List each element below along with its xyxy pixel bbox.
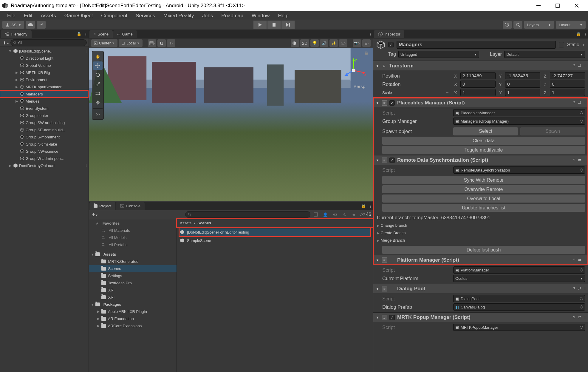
tab-scene[interactable]: #Scene — [89, 30, 113, 38]
transform-tool[interactable] — [93, 98, 103, 107]
filter-user-button[interactable]: 👤 — [321, 211, 329, 218]
draw-mode-button[interactable]: ▾ — [291, 39, 299, 47]
group-manager-field[interactable]: ▣Managers (Group Manager) — [453, 118, 585, 125]
favorite-button[interactable]: ★ — [350, 211, 358, 218]
layers-dropdown[interactable]: Layers▼ — [524, 21, 554, 29]
menu-gameobject[interactable]: GameObject — [60, 11, 97, 20]
hand-tool[interactable]: ✋ — [93, 52, 103, 61]
menu-component[interactable]: Component — [97, 11, 131, 20]
custom-tool[interactable]: ✕▾ — [93, 110, 103, 118]
help-icon[interactable]: ? — [573, 158, 575, 162]
tree-row[interactable]: ▼[DoNotEdit]Scene…⁝ — [0, 47, 89, 55]
component-enabled[interactable]: ✓ — [389, 315, 395, 320]
help-icon[interactable]: ? — [573, 258, 575, 262]
more-icon[interactable]: ⁝ — [584, 315, 586, 319]
enabled-checkbox[interactable]: ✓ — [388, 42, 394, 47]
minimize-button[interactable] — [529, 0, 548, 11]
layout-dropdown[interactable]: Layout▼ — [556, 21, 586, 29]
breadcrumb-item[interactable]: Scenes — [197, 221, 211, 225]
project-search[interactable] — [185, 211, 310, 218]
help-icon[interactable]: ? — [573, 64, 575, 68]
project-folders[interactable]: ★ Favorites All Materials All Models All… — [89, 219, 177, 372]
pos-x[interactable]: 2.119469 — [460, 72, 496, 79]
tree-row[interactable]: Scenes — [89, 265, 177, 272]
menu-jobs[interactable]: Jobs — [198, 11, 217, 20]
tree-row[interactable]: All Models — [89, 234, 177, 241]
popup-header[interactable]: ▼ # ✓ MRTK Popup Manager (Script) ?⇄⁝ — [373, 312, 588, 322]
component-enabled[interactable]: ✓ — [389, 158, 395, 163]
pos-y[interactable]: -1.382435 — [505, 72, 540, 79]
scale-x[interactable]: 1 — [460, 89, 496, 96]
hierarchy-search[interactable]: All — [10, 39, 87, 46]
spawn-button[interactable]: Spawn — [520, 127, 585, 135]
camera-button[interactable]: 📷▾ — [353, 39, 361, 47]
platform-header[interactable]: ▼ # Platform Manager (Script) ?⇄⁝ — [373, 255, 588, 265]
tree-row[interactable]: TextMesh Pro — [89, 280, 177, 287]
2d-toggle[interactable]: 2D — [300, 39, 309, 47]
tree-row[interactable]: Group W-admin-pon… — [0, 155, 89, 162]
rect-tool[interactable] — [93, 89, 103, 98]
global-search-button[interactable] — [513, 21, 522, 29]
tree-row[interactable]: Managers — [0, 90, 89, 98]
hierarchy-tree[interactable]: ▼[DoNotEdit]Scene…⁝Directional LightGlob… — [0, 47, 89, 372]
cloud-button[interactable] — [26, 21, 35, 29]
tree-row[interactable]: ▶MRTKInputSimulator — [0, 83, 89, 90]
help-icon[interactable]: ? — [573, 286, 575, 291]
help-icon[interactable]: ? — [573, 315, 575, 319]
tree-row[interactable]: MRTK.Generated — [89, 258, 177, 265]
panel-lock-icon[interactable]: 🔒 — [77, 32, 81, 36]
tree-row[interactable]: XRI — [89, 294, 177, 301]
preset-icon[interactable]: ⇄ — [578, 64, 581, 68]
panel-lock-icon[interactable]: 🔒 — [576, 32, 581, 36]
tree-row[interactable]: XR — [89, 287, 177, 294]
hidden-count[interactable]: 46 — [359, 212, 371, 217]
select-button[interactable]: Select — [453, 127, 518, 135]
panel-menu-icon[interactable]: ⁝ — [584, 31, 586, 38]
filter-type-button[interactable] — [312, 211, 320, 218]
dialogpool-header[interactable]: ▼ # Dialog Pool ?⇄⁝ — [373, 284, 588, 293]
scale-y[interactable]: 1 — [505, 89, 540, 96]
scale-tool[interactable] — [93, 80, 103, 88]
tree-row[interactable]: ▶Environment — [0, 76, 89, 83]
toggle-modifyable-button[interactable]: Toggle modifyable — [382, 146, 585, 154]
tree-row[interactable]: ▶DontDestroyOnLoad⁝ — [0, 162, 89, 169]
remotesync-header[interactable]: ▼ # ✓ Remote Data Synchronization (Scrip… — [373, 155, 588, 165]
breadcrumb-item[interactable]: Assets — [180, 221, 191, 225]
static-dropdown[interactable]: ▼ — [582, 43, 585, 47]
layer-dropdown[interactable]: Default▼ — [504, 51, 585, 58]
placeables-header[interactable]: ▼ # ✓ Placeables Manager (Script) ?⇄⁝ — [373, 98, 588, 107]
fx-toggle[interactable]: ✨ — [329, 39, 338, 47]
tree-row[interactable]: EventSystem — [0, 105, 89, 112]
tree-row[interactable]: Global Volume — [0, 62, 89, 69]
tree-row[interactable]: Group center — [0, 112, 89, 119]
tree-row[interactable]: Group SW-artsbuilding — [0, 119, 89, 126]
tree-row[interactable]: ▶ ARCore Extensions — [89, 322, 177, 330]
dialog-prefab-field[interactable]: ◧CanvasDialog — [453, 303, 585, 311]
tree-row[interactable]: ▶Menues — [0, 98, 89, 105]
asset-item[interactable]: [DoNotEdit]SceneForInEditorTesting — [180, 229, 370, 236]
tree-row[interactable]: ▶MRTK XR Rig — [0, 69, 89, 76]
menu-roadmap[interactable]: Roadmap — [217, 11, 247, 20]
tree-row[interactable]: All Materials — [89, 227, 177, 234]
preset-icon[interactable]: ⇄ — [578, 315, 581, 319]
panel-menu-icon[interactable]: ⁝ — [369, 203, 371, 210]
panel-menu-icon[interactable]: ⁝ — [369, 31, 371, 38]
menu-edit[interactable]: Edit — [19, 11, 36, 20]
tree-row[interactable]: ★ Favorites — [89, 220, 177, 227]
move-tool[interactable] — [93, 61, 103, 70]
tree-row[interactable]: ▶ Apple ARKit XR Plugin — [89, 308, 177, 315]
pos-z[interactable]: -2.747227 — [550, 72, 585, 79]
tree-row[interactable]: Settings — [89, 272, 177, 280]
menu-mixedreality[interactable]: Mixed Reality — [159, 11, 198, 20]
tab-game[interactable]: ∞Game — [113, 30, 137, 38]
scene-view[interactable]: ✋ ✕▾ y x Persp — [89, 48, 373, 201]
tree-row[interactable]: All Prefabs — [89, 241, 177, 248]
platform-dropdown[interactable]: Oculus▼ — [453, 275, 585, 282]
undo-history-button[interactable] — [503, 21, 512, 29]
tree-row[interactable]: Group N-tims-lake — [0, 141, 89, 148]
pivot-dropdown[interactable]: Center▼ — [91, 39, 117, 47]
snap-grid-button[interactable]: ▾ — [148, 39, 156, 47]
filter-error-button[interactable]: ⚠ — [340, 211, 349, 218]
tree-row[interactable]: Group NW-science — [0, 148, 89, 155]
rot-z[interactable]: 0 — [550, 81, 585, 88]
